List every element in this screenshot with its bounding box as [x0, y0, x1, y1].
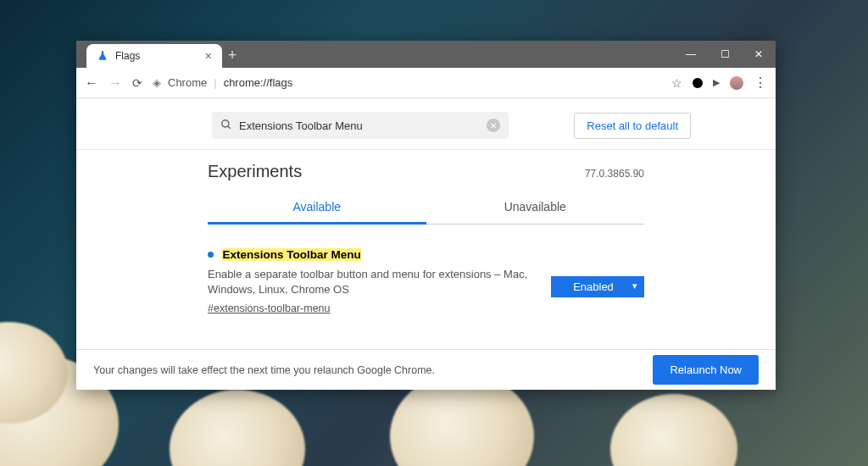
flags-tabs: Available Unavailable	[208, 191, 644, 225]
modified-indicator-icon	[208, 252, 214, 258]
flag-entry: Extensions Toolbar Menu Enable a separat…	[208, 225, 644, 315]
chrome-chip: Chrome	[168, 76, 207, 89]
window-minimize-button[interactable]: —	[674, 41, 708, 68]
extension-play-icon[interactable]: ▶	[713, 77, 720, 88]
tab-unavailable[interactable]: Unavailable	[426, 191, 645, 225]
tab-title: Flags	[115, 50, 198, 62]
url-text: chrome://flags	[224, 76, 293, 89]
tab-available[interactable]: Available	[208, 191, 426, 225]
svg-point-0	[222, 119, 229, 126]
flag-title: Extensions Toolbar Menu	[222, 248, 360, 261]
flag-hash-link[interactable]: #extensions-toolbar-menu	[208, 302, 331, 314]
relaunch-button[interactable]: Relaunch Now	[653, 355, 759, 385]
titlebar: Flags × + — ☐ ✕	[76, 41, 776, 68]
relaunch-message: Your changes will take effect the next t…	[93, 364, 435, 376]
window-close-button[interactable]: ✕	[742, 41, 776, 68]
svg-line-1	[228, 125, 231, 128]
kebab-menu-icon[interactable]: ⋮	[754, 75, 767, 91]
flag-state-select[interactable]: Enabled	[551, 276, 644, 297]
new-tab-button[interactable]: +	[222, 47, 242, 68]
close-tab-icon[interactable]: ×	[205, 49, 212, 63]
flag-description: Enable a separate toolbar button and men…	[208, 267, 531, 297]
browser-tab[interactable]: Flags ×	[86, 44, 222, 68]
reload-button[interactable]: ⟳	[132, 76, 142, 90]
flask-icon	[97, 50, 108, 62]
relaunch-bar: Your changes will take effect the next t…	[76, 349, 776, 390]
site-info-icon[interactable]: ◈	[153, 76, 161, 89]
clear-search-icon[interactable]: ✕	[487, 119, 500, 132]
back-button[interactable]: ←	[85, 75, 98, 91]
page-content: ✕ Reset all to default Experiments 77.0.…	[76, 98, 776, 390]
browser-toolbar: ← → ⟳ ◈ Chrome | chrome://flags ☆ ▶ ⋮	[76, 68, 776, 98]
flags-search-input[interactable]	[239, 119, 480, 132]
forward-button: →	[108, 75, 122, 91]
bookmark-star-icon[interactable]: ☆	[671, 76, 682, 90]
profile-avatar[interactable]	[730, 76, 743, 90]
window-maximize-button[interactable]: ☐	[708, 41, 742, 68]
search-icon	[220, 119, 232, 133]
version-label: 77.0.3865.90	[585, 168, 644, 180]
flags-search[interactable]: ✕	[212, 112, 509, 139]
address-bar[interactable]: ◈ Chrome | chrome://flags	[153, 76, 661, 89]
page-title: Experiments	[208, 162, 302, 181]
browser-window: Flags × + — ☐ ✕ ← → ⟳ ◈ Chrome | chrome:…	[76, 41, 776, 390]
extension-icon[interactable]	[693, 78, 703, 88]
reset-all-button[interactable]: Reset all to default	[574, 113, 691, 139]
